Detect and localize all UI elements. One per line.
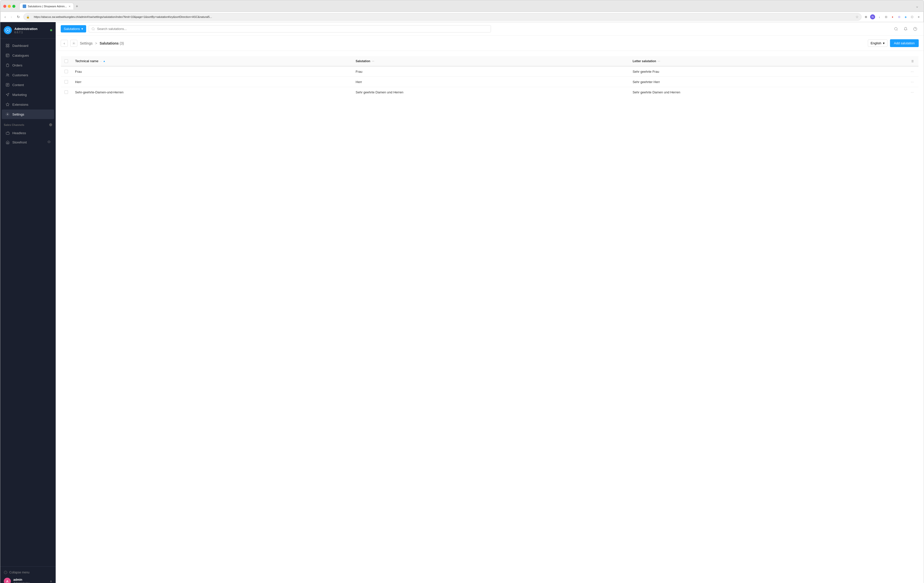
sidebar-item-headless[interactable]: Headless <box>2 128 54 137</box>
salutations-dropdown-button[interactable]: Salutations ▾ <box>61 25 86 33</box>
row-actions-dots-icon-2[interactable]: ··· <box>911 90 914 94</box>
select-all-checkbox[interactable] <box>64 59 68 63</box>
sidebar-item-storefront[interactable]: Storefront <box>2 138 54 147</box>
row-checkbox-2[interactable] <box>64 91 68 94</box>
window-minimize-icon[interactable]: ⌄ <box>916 4 919 8</box>
language-select[interactable]: English ▾ <box>868 40 888 47</box>
sidebar-item-label-settings: Settings <box>12 112 24 116</box>
download-icon[interactable]: ↓ <box>877 15 882 19</box>
collapse-menu-button[interactable]: Collapse menu <box>4 569 52 576</box>
sidebar-item-catalogues[interactable]: Catalogues <box>2 51 54 60</box>
technical-name-column-header: Technical name ··· ▲ <box>71 56 352 66</box>
search-icon <box>91 27 95 31</box>
sidebar-item-extensions[interactable]: Extensions <box>2 100 54 109</box>
add-salutation-button[interactable]: Add salutation <box>890 39 919 47</box>
svg-rect-5 <box>6 54 9 57</box>
forward-navigation-button[interactable]: › <box>9 14 13 20</box>
svg-rect-3 <box>6 46 7 47</box>
sidebar-item-label-headless: Headless <box>12 131 26 135</box>
sidebar-item-settings[interactable]: Settings <box>2 109 54 119</box>
orders-icon <box>5 63 10 68</box>
salutations-dropdown-label: Salutations <box>64 27 80 31</box>
row-actions-dots-icon-0[interactable]: ··· <box>911 69 914 74</box>
row-checkbox-0[interactable] <box>64 70 68 73</box>
svg-point-9 <box>7 114 8 115</box>
top-bar: Salutations ▾ <box>56 22 924 36</box>
svg-point-11 <box>49 142 50 142</box>
history-icon[interactable]: ● <box>890 15 895 19</box>
table-settings-icon[interactable] <box>910 59 915 63</box>
language-label: English <box>871 41 881 45</box>
sidebar-item-marketing[interactable]: Marketing <box>2 90 54 99</box>
letter-salutation-column-header: Letter salutation ··· <box>629 56 906 66</box>
back-navigation-button[interactable]: ‹ <box>3 14 7 20</box>
row-actions-cell-1: ··· <box>906 77 919 87</box>
sort-technical-name-button[interactable]: Technical name ··· ▲ <box>75 59 106 63</box>
row-select-cell-1 <box>61 77 72 87</box>
select-all-column-header <box>61 56 72 66</box>
maximize-button[interactable] <box>12 5 15 8</box>
svg-point-15 <box>913 27 917 30</box>
search-input[interactable] <box>97 27 488 31</box>
table-row: Herr Herr Sehr geehrter Herr ··· <box>61 77 919 87</box>
top-bar-actions <box>893 25 919 33</box>
sidebar-footer: Collapse menu A admin Administrator ∧ <box>0 567 56 583</box>
add-sales-channel-icon[interactable]: ⊕ <box>49 122 52 127</box>
sidebar-item-label-storefront: Storefront <box>12 140 27 144</box>
search-action-icon[interactable] <box>893 25 899 33</box>
sidebar-item-orders[interactable]: Orders <box>2 61 54 70</box>
browser-tab[interactable]: Salutations | Shopware Admin... ✕ <box>20 3 74 10</box>
sidebar-item-customers[interactable]: Customers <box>2 70 54 80</box>
svg-point-16 <box>73 43 74 44</box>
notifications-icon[interactable] <box>902 25 909 33</box>
settings-gear-button[interactable] <box>70 40 78 47</box>
breadcrumb-parent[interactable]: Settings <box>80 41 93 45</box>
technical-name-header-label: Technical name <box>75 59 99 63</box>
svg-point-7 <box>8 74 9 75</box>
tab-close-icon[interactable]: ✕ <box>69 5 71 8</box>
minimize-button[interactable] <box>8 5 11 8</box>
bookmark-icon[interactable]: ☆ <box>855 15 859 19</box>
search-bar <box>89 25 491 33</box>
salutations-dropdown-chevron-icon: ▾ <box>81 27 83 31</box>
extensions-icon[interactable]: ⊞ <box>863 15 868 19</box>
sort-asc-icon: ▲ <box>103 60 106 63</box>
user-menu-chevron-icon[interactable]: ∧ <box>50 580 52 583</box>
sync-icon[interactable]: ⊙ <box>897 15 901 19</box>
svg-point-13 <box>92 28 94 30</box>
sidebar-item-label-extensions: Extensions <box>12 103 28 107</box>
user-info: admin Administrator <box>13 578 47 583</box>
salutation-column-header: Salutation ··· <box>352 56 629 66</box>
new-tab-button[interactable]: + <box>75 3 79 10</box>
address-bar[interactable] <box>31 14 855 20</box>
back-button[interactable]: ‹ <box>61 40 68 47</box>
close-button[interactable] <box>3 5 6 8</box>
sidebar-item-label-orders: Orders <box>12 63 22 67</box>
app-name: Administration <box>14 27 48 31</box>
row-select-cell-0 <box>61 66 72 77</box>
salutation-column-dots-icon[interactable]: ··· <box>372 59 375 63</box>
sidebar-item-label-catalogues: Catalogues <box>12 54 29 58</box>
table-area: Technical name ··· ▲ Salutation ··· <box>56 51 924 583</box>
more-tools-icon[interactable]: ≡ <box>916 15 921 19</box>
row-actions-dots-icon-1[interactable]: ··· <box>911 80 914 84</box>
user-role: Administrator <box>13 581 47 583</box>
extension1-icon[interactable]: ◈ <box>903 15 908 19</box>
row-checkbox-1[interactable] <box>64 80 68 84</box>
help-icon[interactable] <box>912 25 919 33</box>
letter-salutation-column-dots-icon[interactable]: ··· <box>658 59 660 63</box>
sidebar-item-dashboard[interactable]: Dashboard <box>2 41 54 50</box>
svg-rect-1 <box>6 44 7 45</box>
extension2-icon[interactable]: ⬡ <box>910 15 914 19</box>
reload-button[interactable]: ↻ <box>15 14 21 20</box>
profile-icon[interactable]: N <box>870 14 875 20</box>
tab-title: Salutations | Shopware Admin... <box>28 5 67 8</box>
svg-rect-4 <box>8 46 9 47</box>
salutation-header-label: Salutation <box>356 59 370 63</box>
security-icon: 🔒 <box>26 15 30 19</box>
technical-name-column-dots-icon[interactable]: ··· <box>99 59 102 63</box>
storefront-preview-icon[interactable] <box>47 140 51 144</box>
sidebar-item-content[interactable]: Content <box>2 80 54 90</box>
tab-groups-icon[interactable]: ⊡ <box>884 15 888 19</box>
app-logo <box>4 26 12 34</box>
